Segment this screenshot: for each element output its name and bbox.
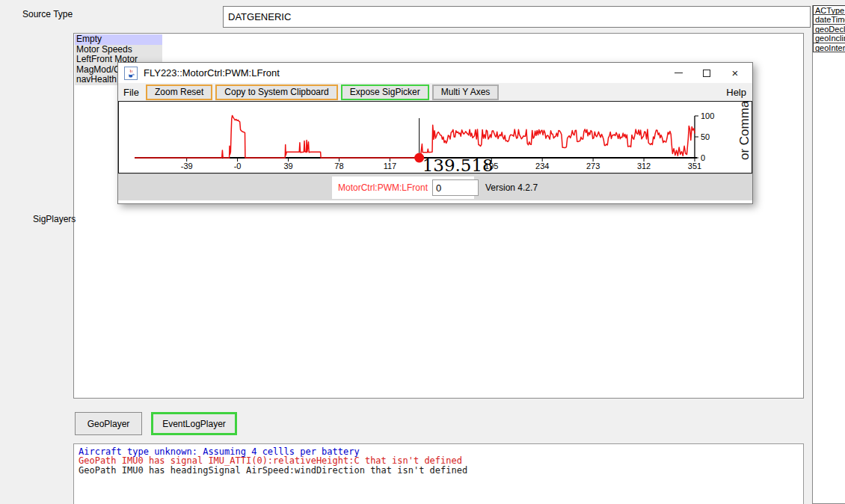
svg-text:-0: -0 [234, 162, 242, 170]
toolbar-button-multi-y-axes[interactable]: Multi Y Axes [432, 84, 500, 100]
window-title: FLY223::MotorCtrl:PWM:LFront [144, 67, 280, 79]
svg-text:39: 39 [283, 162, 292, 170]
maximize-icon[interactable] [692, 63, 721, 83]
svg-text:139.518: 139.518 [423, 156, 494, 173]
param-list-item[interactable]: dateTime [813, 14, 845, 24]
log-output: Aircraft type unknown: Assuming 4 cellls… [73, 443, 804, 504]
window-statusbar: MotorCtrl:PWM:LFront Version 4.2.7 [118, 173, 752, 200]
chart-canvas[interactable]: -39-03978117195234273312351050100or Comm… [119, 102, 752, 173]
param-list-item[interactable]: geoDeclin [813, 24, 845, 34]
svg-text:100: 100 [701, 111, 714, 120]
window-titlebar[interactable]: FLY223::MotorCtrl:PWM:LFront × [118, 63, 752, 83]
parameter-list: ACTypedateTimegeoDeclingeoInclingeoInten [813, 5, 845, 52]
sigplayers-label: SigPlayers [33, 214, 76, 224]
svg-text:50: 50 [701, 132, 710, 141]
toolbar-button-expose-sigpicker[interactable]: Expose SigPicker [341, 84, 429, 100]
minimize-icon[interactable] [664, 63, 692, 83]
window-menubar: File Zoom ResetCopy to System ClipboardE… [118, 83, 752, 101]
help-menu[interactable]: Help [726, 87, 746, 98]
param-list-item[interactable]: geoInclin [813, 33, 845, 43]
svg-text:117: 117 [384, 162, 397, 170]
version-label: Version 4.2.7 [485, 174, 538, 201]
sig-list-item[interactable]: Empty [75, 34, 162, 45]
signal-value-input[interactable] [432, 179, 479, 196]
signal-value-box: MotorCtrl:PWM:LFront [332, 176, 474, 199]
file-menu[interactable]: File [123, 87, 139, 98]
log-line: GeoPath IMU0 has headingSignal AirSpeed:… [79, 466, 803, 475]
svg-text:or Comma: or Comma [737, 102, 752, 160]
toolbar-button-zoom-reset[interactable]: Zoom Reset [146, 84, 212, 100]
svg-text:-39: -39 [181, 162, 193, 170]
param-list-item[interactable]: ACType [813, 5, 845, 15]
svg-text:312: 312 [637, 162, 651, 170]
close-icon[interactable]: × [721, 63, 749, 83]
svg-text:273: 273 [586, 162, 600, 170]
toolbar-buttons: Zoom ResetCopy to System ClipboardExpose… [146, 84, 502, 100]
source-type-label: Source Type [22, 9, 73, 19]
log-line: GeoPath IMU0 has signal IMU_ATTI(0):rela… [79, 456, 803, 465]
java-app-icon [124, 67, 138, 80]
svg-text:234: 234 [535, 162, 549, 170]
param-list-item[interactable]: geoInten [813, 43, 845, 52]
signal-plot-window: FLY223::MotorCtrl:PWM:LFront × File Zoom… [117, 62, 753, 204]
parameter-list-panel: ACTypedateTimegeoDeclingeoInclingeoInten [812, 5, 845, 504]
svg-text:351: 351 [688, 162, 701, 170]
svg-text:78: 78 [334, 162, 343, 170]
signal-label: MotorCtrl:PWM:LFront [338, 182, 428, 193]
source-type-input[interactable] [223, 6, 811, 28]
chart-area: -39-03978117195234273312351050100or Comm… [118, 101, 752, 173]
svg-text:0: 0 [701, 153, 705, 162]
geoplayer-button[interactable]: GeoPlayer [75, 412, 142, 435]
toolbar-button-copy-to-system-clipboard[interactable]: Copy to System Clipboard [215, 84, 337, 100]
sig-list-item[interactable]: Motor Speeds [75, 45, 162, 55]
eventlogplayer-button[interactable]: EventLogPlayer [151, 412, 237, 435]
